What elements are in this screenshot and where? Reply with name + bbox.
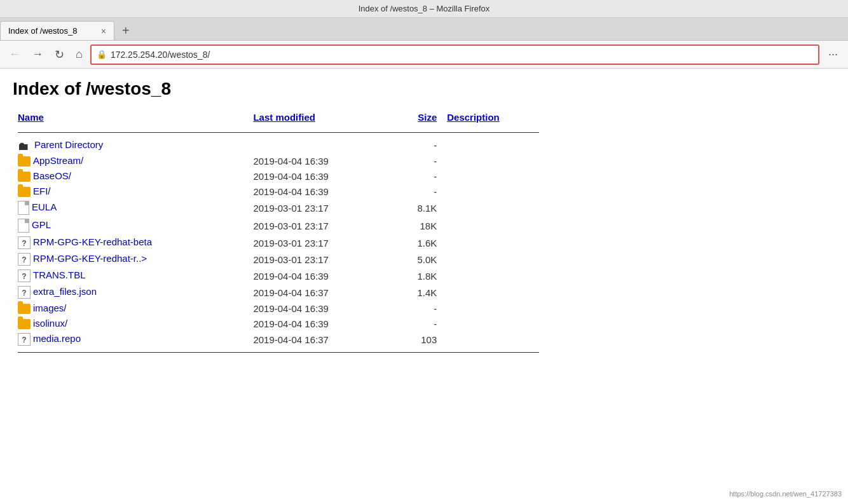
file-link[interactable]: isolinux/ — [33, 318, 67, 329]
file-link[interactable]: Parent Directory — [34, 139, 103, 150]
title-bar: Index of /westos_8 – Mozilla Firefox — [0, 0, 848, 18]
table-row: ?RPM-GPG-KEY-redhat-r..>2019-03-01 23:17… — [13, 251, 544, 268]
tab-bar: Index of /westos_8 × + — [0, 18, 848, 41]
table-row: ?RPM-GPG-KEY-redhat-beta2019-03-01 23:17… — [13, 235, 544, 251]
file-table: Name Last modified Size Description 🖿Par… — [13, 109, 544, 357]
document-icon — [18, 201, 29, 215]
address-bar-container: 🔒 — [90, 44, 819, 65]
unknown-file-icon: ? — [18, 269, 31, 282]
file-date: 2019-04-04 16:39 — [248, 184, 393, 199]
file-description — [442, 153, 544, 168]
file-size: 8.1K — [393, 199, 442, 217]
file-description — [442, 284, 544, 301]
unknown-file-icon: ? — [18, 236, 31, 249]
file-name-cell: ?media.repo — [13, 331, 248, 348]
file-link[interactable]: EFI/ — [33, 186, 51, 196]
file-name-cell: EFI/ — [13, 184, 248, 199]
file-description — [442, 137, 544, 153]
table-row: isolinux/2019-04-04 16:39- — [13, 316, 544, 331]
file-date: 2019-04-04 16:37 — [248, 331, 393, 348]
table-row: ?TRANS.TBL2019-04-04 16:391.8K — [13, 268, 544, 284]
nav-bar: ← → ↻ ⌂ 🔒 ··· — [0, 41, 848, 69]
table-row: images/2019-04-04 16:39- — [13, 301, 544, 316]
col-description[interactable]: Description — [442, 109, 544, 128]
file-date: 2019-04-04 16:39 — [248, 153, 393, 168]
file-link[interactable]: TRANS.TBL — [33, 269, 86, 280]
file-date: 2019-04-04 16:39 — [248, 268, 393, 284]
file-size: 18K — [393, 217, 442, 235]
table-row: ?media.repo2019-04-04 16:37103 — [13, 331, 544, 348]
file-size: 1.6K — [393, 235, 442, 251]
file-link[interactable]: BaseOS/ — [33, 170, 71, 181]
file-name-cell: AppStream/ — [13, 153, 248, 168]
unknown-file-icon: ? — [18, 253, 31, 266]
file-link[interactable]: RPM-GPG-KEY-redhat-r..> — [33, 253, 147, 264]
file-date: 2019-03-01 23:17 — [248, 235, 393, 251]
table-row: EULA2019-03-01 23:178.1K — [13, 199, 544, 217]
table-row: AppStream/2019-04-04 16:39- — [13, 153, 544, 168]
folder-icon — [18, 172, 31, 182]
new-tab-button[interactable]: + — [114, 21, 137, 40]
file-size: - — [393, 316, 442, 331]
file-size: - — [393, 153, 442, 168]
file-description — [442, 316, 544, 331]
tab-label: Index of /westos_8 — [8, 26, 77, 36]
tab-close-button[interactable]: × — [101, 26, 106, 36]
file-name-cell: ?TRANS.TBL — [13, 268, 248, 284]
document-icon — [18, 219, 29, 233]
address-input[interactable] — [111, 50, 813, 60]
file-description — [442, 268, 544, 284]
file-size: 5.0K — [393, 251, 442, 268]
home-button[interactable]: ⌂ — [72, 45, 86, 64]
lock-icon: 🔒 — [97, 50, 107, 59]
file-date — [248, 137, 393, 153]
file-description — [442, 168, 544, 184]
file-link[interactable]: images/ — [33, 303, 67, 313]
file-link[interactable]: EULA — [32, 201, 57, 212]
col-size[interactable]: Size — [393, 109, 442, 128]
browser-tab[interactable]: Index of /westos_8 × — [0, 21, 114, 40]
file-name-cell: ?extra_files.json — [13, 284, 248, 301]
file-description — [442, 199, 544, 217]
forward-button[interactable]: → — [28, 45, 47, 64]
watermark: https://blog.csdn.net/wen_41727383 — [729, 490, 842, 498]
file-size: 103 — [393, 331, 442, 348]
file-name-cell: isolinux/ — [13, 316, 248, 331]
file-name-cell: ?RPM-GPG-KEY-redhat-beta — [13, 235, 248, 251]
file-date: 2019-03-01 23:17 — [248, 199, 393, 217]
col-name[interactable]: Name — [13, 109, 248, 128]
file-link[interactable]: RPM-GPG-KEY-redhat-beta — [33, 236, 152, 247]
file-name-cell: BaseOS/ — [13, 168, 248, 184]
folder-icon — [18, 187, 31, 197]
reload-button[interactable]: ↻ — [51, 45, 68, 64]
file-size: 1.4K — [393, 284, 442, 301]
unknown-file-icon: ? — [18, 286, 31, 299]
folder-icon — [18, 319, 31, 329]
menu-button[interactable]: ··· — [823, 45, 843, 64]
window-title: Index of /westos_8 – Mozilla Firefox — [359, 4, 490, 13]
table-row: 🖿Parent Directory- — [13, 137, 544, 153]
file-link[interactable]: media.repo — [33, 333, 81, 344]
file-date: 2019-04-04 16:39 — [248, 301, 393, 316]
table-row: BaseOS/2019-04-04 16:39- — [13, 168, 544, 184]
file-name-cell: images/ — [13, 301, 248, 316]
table-row: ?extra_files.json2019-04-04 16:371.4K — [13, 284, 544, 301]
table-row: GPL2019-03-01 23:1718K — [13, 217, 544, 235]
folder-icon — [18, 156, 31, 167]
file-size: 1.8K — [393, 268, 442, 284]
page-content: Index of /westos_8 Name Last modified Si… — [0, 69, 848, 504]
file-size: - — [393, 168, 442, 184]
file-name-cell: 🖿Parent Directory — [13, 137, 248, 153]
unknown-file-icon: ? — [18, 333, 31, 346]
file-size: - — [393, 301, 442, 316]
file-name-cell: ?RPM-GPG-KEY-redhat-r..> — [13, 251, 248, 268]
file-description — [442, 235, 544, 251]
file-link[interactable]: GPL — [32, 219, 51, 230]
file-link[interactable]: AppStream/ — [33, 155, 83, 166]
col-last-modified[interactable]: Last modified — [248, 109, 393, 128]
back-button[interactable]: ← — [5, 45, 24, 64]
file-description — [442, 251, 544, 268]
file-link[interactable]: extra_files.json — [33, 286, 97, 297]
file-date: 2019-03-01 23:17 — [248, 217, 393, 235]
page-title: Index of /westos_8 — [13, 79, 835, 99]
